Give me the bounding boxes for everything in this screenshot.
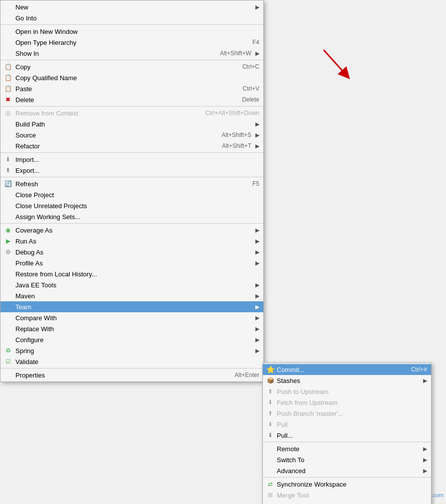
- menu-item-validate[interactable]: ☑ Validate: [0, 356, 263, 367]
- fetch-upstream-icon: ⬇: [266, 398, 275, 407]
- menu-item-run-as[interactable]: ▶ Run As ▶: [0, 236, 263, 247]
- separator-5: [0, 177, 263, 177]
- menu-item-configure[interactable]: Configure ▶: [0, 334, 263, 345]
- menu-item-build-path[interactable]: Build Path ▶: [0, 119, 263, 129]
- menu-item-close-project[interactable]: Close Project: [0, 189, 263, 200]
- main-context-menu: New ▶ Go Into Open in New Window Open Ty…: [0, 0, 264, 382]
- menu-item-debug-as[interactable]: ⚙ Debug As ▶: [0, 247, 263, 257]
- menu-item-restore-local[interactable]: Restore from Local History...: [0, 268, 263, 279]
- menu-item-go-into[interactable]: Go Into: [0, 12, 263, 23]
- copy-icon: 📋: [3, 62, 12, 71]
- menu-item-refactor[interactable]: Refactor Alt+Shift+T ▶: [0, 140, 263, 151]
- sub-menu-item-advanced[interactable]: Advanced ▶: [263, 465, 431, 476]
- sync-workspace-icon: ⇄: [266, 480, 275, 489]
- menu-item-maven[interactable]: Maven ▶: [0, 290, 263, 301]
- menu-item-replace-with[interactable]: Replace With ▶: [0, 323, 263, 334]
- menu-item-copy[interactable]: 📋 Copy Ctrl+C: [0, 61, 263, 72]
- delete-icon: ✖: [3, 95, 12, 104]
- svg-line-1: [324, 50, 346, 75]
- separator-4: [0, 152, 263, 153]
- push-upstream-icon: ⬆: [266, 387, 275, 396]
- push-branch-icon: ⬆: [266, 409, 275, 418]
- menu-item-compare-with[interactable]: Compare With ▶: [0, 312, 263, 323]
- export-icon: ⬆: [3, 166, 12, 175]
- sub-menu-item-merge-tool[interactable]: ⊞ Merge Tool: [263, 490, 431, 501]
- run-icon: ▶: [3, 237, 12, 246]
- stash-icon: 📦: [266, 376, 275, 385]
- sub-menu-item-switch-to[interactable]: Switch To ▶: [263, 454, 431, 465]
- menu-item-refresh[interactable]: 🔄 Refresh F5: [0, 178, 263, 189]
- menu-item-delete[interactable]: ✖ Delete Delete: [0, 94, 263, 105]
- separator-2: [0, 60, 263, 60]
- menu-item-team[interactable]: Team ▶: [0, 301, 263, 312]
- sub-menu-item-pull-dots[interactable]: ⬇ Pull...: [263, 430, 431, 441]
- import-icon: ⬇: [3, 155, 12, 164]
- separator-6: [0, 223, 263, 224]
- merge-icon: ⊕: [266, 502, 275, 504]
- menu-item-copy-qualified[interactable]: 📋 Copy Qualified Name: [0, 72, 263, 83]
- menu-item-export[interactable]: ⬆ Export...: [0, 165, 263, 176]
- menu-item-source[interactable]: Source Alt+Shift+S ▶: [0, 129, 263, 140]
- menu-item-import[interactable]: ⬇ Import...: [0, 154, 263, 165]
- sub-menu-item-remote[interactable]: Remote ▶: [263, 443, 431, 454]
- pull-dots-icon: ⬇: [266, 431, 275, 440]
- team-submenu: ⭐ Commit... Ctrl+# 📦 Stashes ▶ ⬆ Push to…: [262, 363, 432, 504]
- coverage-icon: ◉: [3, 226, 12, 235]
- menu-item-coverage-as[interactable]: ◉ Coverage As ▶: [0, 225, 263, 236]
- menu-item-show-in[interactable]: Show In Alt+Shift+W ▶: [0, 48, 263, 59]
- separator-3: [0, 106, 263, 107]
- remove-context-icon: ◎: [3, 109, 12, 118]
- sub-menu-item-commit[interactable]: ⭐ Commit... Ctrl+#: [263, 364, 431, 375]
- sub-menu-item-fetch-upstream[interactable]: ⬇ Fetch from Upstream: [263, 397, 431, 408]
- copy-qualified-icon: 📋: [3, 73, 12, 82]
- debug-icon: ⚙: [3, 248, 12, 256]
- refresh-icon: 🔄: [3, 179, 12, 188]
- menu-item-profile-as[interactable]: Profile As ▶: [0, 257, 263, 268]
- validate-icon: ☑: [3, 357, 12, 366]
- sub-menu-item-stashes[interactable]: 📦 Stashes ▶: [263, 375, 431, 386]
- paste-icon: 📋: [3, 84, 12, 93]
- spring-icon: ♻: [3, 346, 12, 355]
- commit-icon: ⭐: [266, 365, 275, 374]
- sub-menu-item-push-branch[interactable]: ⬆ Push Branch 'master'...: [263, 408, 431, 419]
- merge-tool-icon: ⊞: [266, 491, 275, 500]
- menu-item-assign-working-sets[interactable]: Assign Working Sets...: [0, 211, 263, 222]
- menu-item-java-ee-tools[interactable]: Java EE Tools ▶: [0, 279, 263, 290]
- red-arrow: [319, 45, 358, 85]
- menu-item-new[interactable]: New ▶: [0, 1, 263, 12]
- separator-1: [0, 24, 263, 25]
- sub-separator-2: [263, 477, 431, 478]
- sub-menu-item-pull[interactable]: ⬇ Pull: [263, 419, 431, 430]
- menu-item-paste[interactable]: 📋 Paste Ctrl+V: [0, 83, 263, 94]
- sub-separator-1: [263, 442, 431, 442]
- menu-item-open-new-window[interactable]: Open in New Window: [0, 26, 263, 37]
- menu-item-open-type-hierarchy[interactable]: Open Type Hierarchy F4: [0, 37, 263, 48]
- sub-menu-item-merge[interactable]: ⊕ Merge...: [263, 501, 431, 504]
- menu-item-properties[interactable]: Properties Alt+Enter: [0, 370, 263, 380]
- separator-7: [0, 368, 263, 369]
- pull-icon: ⬇: [266, 420, 275, 429]
- sub-menu-item-sync-workspace[interactable]: ⇄ Synchronize Workspace: [263, 479, 431, 490]
- menu-item-remove-context[interactable]: ◎ Remove from Context Ctrl+Alt+Shift+Dow…: [0, 108, 263, 119]
- sub-menu-item-push-upstream[interactable]: ⬆ Push to Upstream: [263, 386, 431, 397]
- menu-item-spring[interactable]: ♻ Spring ▶: [0, 345, 263, 356]
- menu-item-close-unrelated[interactable]: Close Unrelated Projects: [0, 200, 263, 211]
